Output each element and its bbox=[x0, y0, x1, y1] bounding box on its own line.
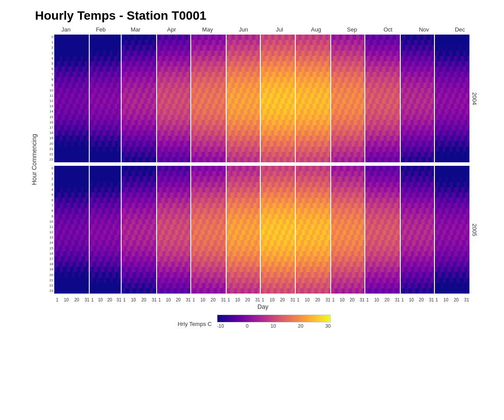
legend-ticks: -10 0 10 20 30 bbox=[217, 323, 331, 329]
x-tick-oct-10: 10 bbox=[374, 298, 379, 302]
month-heatmap-2005-sep bbox=[331, 166, 364, 294]
x-ticks-may: 1102031 bbox=[192, 298, 226, 302]
x-tick-dec-1: 1 bbox=[436, 298, 438, 302]
x-tick-aug-10: 10 bbox=[305, 298, 310, 302]
x-tick-apr-31: 31 bbox=[186, 298, 191, 302]
month-heatmap-2004-dec bbox=[435, 35, 469, 162]
x-tick-feb-20: 20 bbox=[107, 298, 112, 302]
x-ticks-apr: 1102031 bbox=[158, 298, 191, 302]
hour-tick-2004-14: 14 bbox=[48, 109, 54, 114]
hour-tick-2005-23: 23 bbox=[48, 288, 54, 294]
x-ticks-jul: 1102031 bbox=[261, 298, 295, 302]
x-ticks-aug: 1102031 bbox=[296, 298, 330, 302]
x-tick-may-20: 20 bbox=[211, 298, 216, 302]
hour-tick-2005-7: 7 bbox=[48, 203, 54, 208]
month-label-oct: Oct bbox=[370, 26, 406, 33]
x-tick-mar-10: 10 bbox=[131, 298, 136, 302]
hour-tick-2005-12: 12 bbox=[48, 230, 54, 235]
hour-tick-2005-14: 14 bbox=[48, 240, 54, 245]
hour-tick-2004-8: 8 bbox=[48, 77, 54, 82]
x-tick-jun-31: 31 bbox=[255, 298, 260, 302]
x-tick-jan-20: 20 bbox=[74, 298, 79, 302]
x-tick-dec-10: 10 bbox=[444, 298, 448, 302]
x-ticks-oct: 1102031 bbox=[365, 298, 399, 302]
x-tick-dec-20: 20 bbox=[454, 298, 458, 302]
x-tick-aug-1: 1 bbox=[297, 298, 300, 302]
x-tick-jun-10: 10 bbox=[235, 298, 240, 302]
month-heatmap-2004-feb bbox=[90, 35, 121, 162]
x-tick-dec-31: 31 bbox=[464, 298, 469, 302]
hour-tick-2005-16: 16 bbox=[48, 251, 54, 256]
month-heatmap-2005-jul bbox=[261, 166, 295, 294]
x-tick-oct-1: 1 bbox=[366, 298, 369, 302]
hour-tick-2005-11: 11 bbox=[48, 224, 54, 230]
legend-colorbar bbox=[217, 315, 331, 322]
hour-tick-2004-0: 0 bbox=[48, 35, 54, 40]
month-heatmap-2005-aug bbox=[296, 166, 330, 294]
month-heatmap-2004-jul bbox=[261, 35, 295, 162]
month-heatmap-2004-jun bbox=[227, 35, 260, 162]
month-label-may: May bbox=[190, 26, 226, 33]
x-tick-jan-1: 1 bbox=[56, 298, 59, 302]
month-label-aug: Aug bbox=[298, 26, 334, 33]
x-tick-mar-31: 31 bbox=[152, 298, 157, 302]
hour-tick-2005-18: 18 bbox=[48, 262, 54, 267]
month-heatmap-2004-oct bbox=[365, 35, 400, 162]
month-heatmap-2004-may bbox=[191, 35, 226, 162]
month-heatmap-2004-mar bbox=[122, 35, 156, 162]
month-heatmap-2005-dec bbox=[435, 166, 469, 294]
month-heatmap-2004-apr bbox=[157, 35, 190, 162]
year-label-2004: 2004 bbox=[469, 35, 478, 162]
x-tick-sep-1: 1 bbox=[332, 298, 335, 302]
hour-tick-2004-4: 4 bbox=[48, 56, 54, 61]
hour-tick-2004-17: 17 bbox=[48, 125, 54, 130]
hour-tick-2005-10: 10 bbox=[48, 219, 54, 224]
hour-tick-2004-23: 23 bbox=[48, 157, 54, 162]
hour-tick-2004-19: 19 bbox=[48, 136, 54, 141]
hour-tick-2004-3: 3 bbox=[48, 51, 54, 56]
hour-tick-2005-15: 15 bbox=[48, 246, 54, 251]
x-ticks-jun: 1102031 bbox=[227, 298, 260, 302]
legend-tick-2: 0 bbox=[246, 323, 248, 329]
x-tick-jul-20: 20 bbox=[280, 298, 285, 302]
x-tick-feb-1: 1 bbox=[91, 298, 94, 302]
hour-tick-2005-8: 8 bbox=[48, 208, 54, 214]
month-heatmap-2004-aug bbox=[296, 35, 330, 162]
x-tick-sep-20: 20 bbox=[350, 298, 354, 302]
month-label-sep: Sep bbox=[335, 26, 369, 33]
hour-tick-2005-22: 22 bbox=[48, 283, 54, 288]
x-tick-mar-1: 1 bbox=[123, 298, 126, 302]
hour-tick-2004-20: 20 bbox=[48, 141, 54, 146]
month-heatmap-2005-apr bbox=[157, 166, 190, 294]
hour-tick-2005-0: 0 bbox=[48, 166, 54, 171]
x-tick-jun-20: 20 bbox=[245, 298, 250, 302]
x-tick-aug-20: 20 bbox=[315, 298, 320, 302]
x-ticks-sep: 1102031 bbox=[331, 298, 364, 302]
hour-tick-2005-6: 6 bbox=[48, 198, 54, 203]
hour-tick-2005-5: 5 bbox=[48, 192, 54, 198]
month-heatmap-2005-may bbox=[191, 166, 226, 294]
month-label-mar: Mar bbox=[118, 26, 154, 33]
year-label-2005: 2005 bbox=[469, 166, 478, 294]
x-tick-jul-10: 10 bbox=[270, 298, 274, 302]
month-label-feb: Feb bbox=[85, 26, 117, 33]
x-tick-apr-20: 20 bbox=[176, 298, 181, 302]
x-ticks-mar: 1102031 bbox=[122, 298, 156, 302]
month-heatmap-2005-jun bbox=[227, 166, 260, 294]
x-tick-may-10: 10 bbox=[200, 298, 205, 302]
month-label-nov: Nov bbox=[407, 26, 441, 33]
hour-tick-2005-9: 9 bbox=[48, 214, 54, 219]
x-axis-label: Day bbox=[258, 303, 269, 310]
x-tick-aug-31: 31 bbox=[326, 298, 330, 302]
x-ticks-feb: 1102031 bbox=[90, 298, 121, 302]
hour-tick-2004-7: 7 bbox=[48, 72, 54, 77]
month-heatmap-2004-sep bbox=[331, 35, 364, 162]
hour-tick-2005-17: 17 bbox=[48, 256, 54, 262]
legend-tick-4: 20 bbox=[298, 323, 303, 329]
x-tick-jun-1: 1 bbox=[228, 298, 230, 302]
x-tick-nov-20: 20 bbox=[419, 298, 424, 302]
x-tick-nov-10: 10 bbox=[409, 298, 414, 302]
x-tick-jul-31: 31 bbox=[290, 298, 295, 302]
legend-tick-3: 10 bbox=[271, 323, 276, 329]
month-label-jul: Jul bbox=[262, 26, 298, 33]
